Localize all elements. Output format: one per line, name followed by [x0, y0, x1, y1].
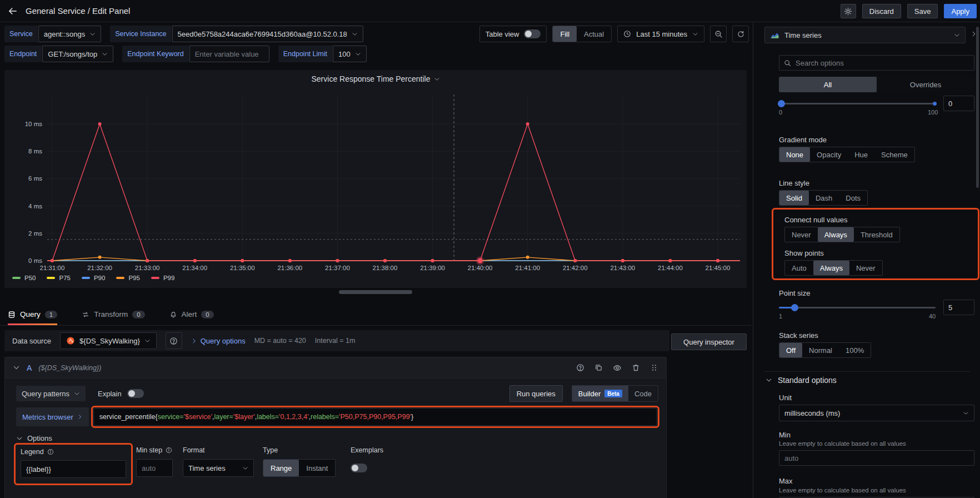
explain-label: Explain — [98, 390, 122, 398]
panel-resize-handle[interactable] — [339, 290, 412, 294]
delete-query-trash-icon[interactable] — [632, 363, 640, 372]
panel-settings-button[interactable] — [841, 4, 856, 18]
svg-text:21:43:00: 21:43:00 — [610, 265, 635, 271]
query-patterns-button[interactable]: Query patterns — [16, 386, 86, 401]
query-datasource-hint: (${DS_SkyWalking}) — [38, 364, 101, 372]
duplicate-icon[interactable] — [594, 363, 603, 372]
code-option[interactable]: Code — [628, 386, 658, 401]
svg-text:4 ms: 4 ms — [28, 203, 42, 210]
drag-handle-icon[interactable] — [650, 363, 658, 372]
builder-option[interactable]: Builder Beta — [572, 386, 628, 401]
option-100-[interactable]: 100% — [839, 343, 871, 357]
visualization-picker[interactable]: Time series — [764, 27, 966, 43]
exemplars-toggle[interactable] — [351, 464, 367, 472]
point-size-value-box[interactable]: 5 — [943, 300, 974, 315]
query-token: '0,1,2,3,4' — [279, 413, 308, 421]
option-off[interactable]: Off — [779, 343, 802, 357]
legend-field-label-row: Legend — [21, 448, 126, 456]
datasource-help-button[interactable] — [166, 332, 182, 349]
refresh-button[interactable] — [732, 26, 749, 42]
datasource-picker[interactable]: ${DS_SkyWalking} — [60, 332, 157, 349]
option-none[interactable]: None — [779, 147, 810, 162]
min-step-input[interactable] — [136, 459, 173, 477]
endpoint-select[interactable]: GET:/songs/top — [42, 46, 113, 62]
option-normal[interactable]: Normal — [802, 343, 839, 357]
option-all[interactable]: All — [779, 77, 877, 92]
tab-query[interactable]: Query 1 — [8, 303, 57, 325]
option-overrides[interactable]: Overrides — [877, 77, 974, 92]
option-scheme[interactable]: Scheme — [874, 147, 914, 162]
service-select[interactable]: agent::songs — [38, 26, 101, 42]
option-hue[interactable]: Hue — [848, 147, 874, 162]
hide-query-eye-icon[interactable] — [613, 363, 622, 372]
standard-options-section[interactable]: Standard options — [766, 376, 837, 385]
chevron-right-icon — [77, 414, 83, 420]
option-threshold[interactable]: Threshold — [854, 227, 899, 242]
query-expression-input[interactable]: service_percentile{service='$service', l… — [93, 408, 657, 426]
apply-button[interactable]: Apply — [944, 4, 977, 18]
time-range-picker[interactable]: Last 15 minutes — [617, 26, 704, 42]
help-circle-icon — [169, 337, 178, 345]
fill-opacity-value-box[interactable]: 0 — [943, 96, 974, 111]
save-button[interactable]: Save — [907, 4, 938, 18]
option-never[interactable]: Never — [849, 261, 882, 275]
tab-transform-label: Transform — [94, 310, 128, 318]
legend-item-p95[interactable]: P95 — [116, 275, 139, 281]
legend-item-p99[interactable]: P99 — [151, 275, 174, 281]
query-row-header[interactable]: A (${DS_SkyWalking}) — [5, 357, 666, 379]
table-view-toggle[interactable] — [524, 29, 541, 38]
query-options-label: Query options — [201, 337, 246, 345]
options-section-toggle[interactable]: Options — [16, 434, 52, 442]
unit-select[interactable]: milliseconds (ms) — [779, 405, 974, 421]
fill-opacity-slider-handle[interactable] — [778, 100, 785, 107]
svg-text:21:33:00: 21:33:00 — [135, 265, 160, 271]
query-inspector-button[interactable]: Query inspector — [671, 333, 747, 350]
option-range[interactable]: Range — [263, 460, 299, 476]
min-input[interactable] — [779, 450, 974, 466]
legend-item-p90[interactable]: P90 — [82, 275, 105, 281]
unit-value: milliseconds (ms) — [784, 409, 840, 417]
discard-button[interactable]: Discard — [862, 4, 901, 18]
option-fill[interactable]: Fill — [553, 26, 577, 42]
query-expression-highlight-box: service_percentile{service='$service', l… — [91, 406, 659, 428]
options-search-input[interactable] — [796, 59, 969, 67]
tab-query-count: 1 — [45, 311, 57, 318]
metrics-browser-button[interactable]: Metrics browser — [16, 407, 89, 426]
chevron-down-icon — [144, 338, 151, 344]
help-circle-icon[interactable] — [576, 363, 584, 372]
tab-alert-count: 0 — [201, 311, 213, 318]
service-instance-select[interactable]: 5eed0e5758a244aca6e7699415d360aa@10.52.0… — [172, 26, 363, 42]
option-instant[interactable]: Instant — [299, 460, 335, 476]
variable-service: Service agent::songs — [4, 26, 101, 42]
option-always[interactable]: Always — [818, 227, 854, 242]
endpoint-limit-select[interactable]: 100 — [333, 46, 367, 62]
option-actual[interactable]: Actual — [577, 26, 611, 42]
format-select[interactable]: Time series — [183, 459, 254, 477]
zoom-out-button[interactable] — [710, 26, 727, 42]
timeseries-plot: 0 ms2 ms4 ms6 ms8 ms10 ms21:31:0021:32:0… — [4, 70, 747, 288]
option-dots[interactable]: Dots — [839, 191, 867, 205]
legend-format-input[interactable] — [21, 460, 126, 478]
fill-opacity-slider-track[interactable] — [779, 103, 936, 104]
option-never[interactable]: Never — [785, 227, 818, 242]
legend-item-p50[interactable]: P50 — [12, 275, 36, 281]
point-size-slider-track[interactable] — [779, 307, 936, 308]
back-arrow-icon[interactable] — [6, 4, 20, 18]
tab-transform[interactable]: Transform 0 — [82, 303, 144, 325]
query-options-toggle[interactable]: Query options — [191, 337, 246, 345]
option-auto[interactable]: Auto — [785, 261, 813, 275]
option-solid[interactable]: Solid — [779, 191, 809, 205]
option-dash[interactable]: Dash — [809, 191, 839, 205]
legend-item-p75[interactable]: P75 — [47, 275, 70, 281]
sidebar-scrollbar-thumb[interactable] — [976, 27, 979, 188]
explain-toggle[interactable] — [127, 389, 144, 398]
stack-series-label: Stack series — [779, 331, 818, 340]
svg-text:21:37:00: 21:37:00 — [325, 265, 350, 271]
svg-text:21:32:00: 21:32:00 — [87, 265, 112, 271]
point-size-slider-handle[interactable] — [791, 304, 798, 311]
run-queries-button[interactable]: Run queries — [509, 385, 563, 402]
tab-alert[interactable]: Alert 0 — [169, 303, 214, 325]
option-opacity[interactable]: Opacity — [810, 147, 848, 162]
endpoint-keyword-input[interactable] — [189, 46, 269, 62]
option-always[interactable]: Always — [813, 261, 849, 275]
